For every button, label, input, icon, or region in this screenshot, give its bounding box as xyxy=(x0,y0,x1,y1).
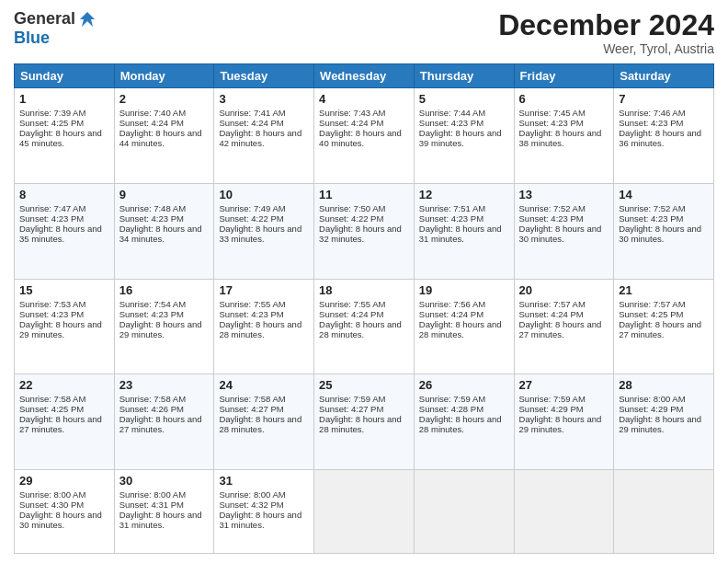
table-row: 25 Sunrise: 7:59 AM Sunset: 4:27 PM Dayl… xyxy=(314,374,415,470)
sunrise-text: Sunrise: 7:58 AM xyxy=(219,394,285,404)
table-row: 21 Sunrise: 7:57 AM Sunset: 4:25 PM Dayl… xyxy=(614,279,714,374)
sunrise-text: Sunrise: 7:53 AM xyxy=(19,299,85,309)
table-row: 28 Sunrise: 8:00 AM Sunset: 4:29 PM Dayl… xyxy=(614,374,714,470)
day-number: 13 xyxy=(519,188,609,201)
day-number: 21 xyxy=(619,283,709,297)
sunset-text: Sunset: 4:23 PM xyxy=(619,213,683,224)
sunset-text: Sunset: 4:25 PM xyxy=(19,118,84,128)
sunrise-text: Sunrise: 7:49 AM xyxy=(219,203,285,213)
daylight-text: Daylight: 8 hours and 27 minutes. xyxy=(619,319,701,339)
table-row xyxy=(414,470,514,554)
sunset-text: Sunset: 4:26 PM xyxy=(119,404,184,414)
sunset-text: Sunset: 4:23 PM xyxy=(19,213,84,224)
daylight-text: Daylight: 8 hours and 30 minutes. xyxy=(619,224,701,244)
day-number: 3 xyxy=(219,92,309,106)
calendar-header-row: Sunday Monday Tuesday Wednesday Thursday… xyxy=(15,64,714,88)
table-row: 23 Sunrise: 7:58 AM Sunset: 4:26 PM Dayl… xyxy=(114,374,214,470)
col-friday: Friday xyxy=(514,64,614,88)
daylight-text: Daylight: 8 hours and 30 minutes. xyxy=(19,510,102,530)
daylight-text: Daylight: 8 hours and 40 minutes. xyxy=(319,128,402,148)
daylight-text: Daylight: 8 hours and 28 minutes. xyxy=(319,319,402,339)
sunset-text: Sunset: 4:24 PM xyxy=(319,309,383,319)
sunrise-text: Sunrise: 7:41 AM xyxy=(219,108,285,118)
table-row: 13 Sunrise: 7:52 AM Sunset: 4:23 PM Dayl… xyxy=(514,183,614,279)
sunrise-text: Sunrise: 7:59 AM xyxy=(519,394,586,404)
day-number: 25 xyxy=(319,378,409,392)
sunrise-text: Sunrise: 7:43 AM xyxy=(319,108,385,118)
sunrise-text: Sunrise: 7:52 AM xyxy=(619,203,685,213)
logo-blue: Blue xyxy=(14,29,50,48)
table-row: 5 Sunrise: 7:44 AM Sunset: 4:23 PM Dayli… xyxy=(414,88,514,184)
day-number: 7 xyxy=(619,92,709,106)
day-number: 10 xyxy=(219,188,309,201)
logo: General Blue xyxy=(14,9,97,48)
daylight-text: Daylight: 8 hours and 31 minutes. xyxy=(419,224,502,244)
day-number: 8 xyxy=(19,188,109,201)
day-number: 30 xyxy=(119,474,210,488)
sunrise-text: Sunrise: 7:50 AM xyxy=(319,203,385,213)
sunrise-text: Sunrise: 7:56 AM xyxy=(419,299,485,309)
sunrise-text: Sunrise: 7:59 AM xyxy=(319,394,385,404)
daylight-text: Daylight: 8 hours and 28 minutes. xyxy=(319,414,402,434)
sunrise-text: Sunrise: 7:47 AM xyxy=(19,203,85,213)
daylight-text: Daylight: 8 hours and 27 minutes. xyxy=(519,319,602,339)
daylight-text: Daylight: 8 hours and 28 minutes. xyxy=(219,414,301,434)
table-row: 16 Sunrise: 7:54 AM Sunset: 4:23 PM Dayl… xyxy=(114,279,214,374)
daylight-text: Daylight: 8 hours and 44 minutes. xyxy=(119,128,202,148)
table-row: 8 Sunrise: 7:47 AM Sunset: 4:23 PM Dayli… xyxy=(15,183,115,279)
sunset-text: Sunset: 4:29 PM xyxy=(519,404,584,414)
table-row: 27 Sunrise: 7:59 AM Sunset: 4:29 PM Dayl… xyxy=(514,374,614,470)
sunrise-text: Sunrise: 8:00 AM xyxy=(219,489,285,500)
daylight-text: Daylight: 8 hours and 30 minutes. xyxy=(519,224,602,244)
day-number: 16 xyxy=(119,283,210,297)
sunrise-text: Sunrise: 7:55 AM xyxy=(319,299,385,309)
day-number: 14 xyxy=(619,188,709,201)
sunrise-text: Sunrise: 7:52 AM xyxy=(519,203,586,213)
table-row: 1 Sunrise: 7:39 AM Sunset: 4:25 PM Dayli… xyxy=(15,88,115,184)
sunrise-text: Sunrise: 7:58 AM xyxy=(19,394,85,404)
sunset-text: Sunset: 4:25 PM xyxy=(19,404,84,414)
col-sunday: Sunday xyxy=(15,64,115,88)
col-thursday: Thursday xyxy=(414,64,514,88)
day-number: 19 xyxy=(419,283,509,297)
day-number: 28 xyxy=(619,378,709,392)
sunset-text: Sunset: 4:23 PM xyxy=(119,309,184,319)
sunset-text: Sunset: 4:31 PM xyxy=(119,500,184,510)
sunset-text: Sunset: 4:23 PM xyxy=(619,118,683,128)
month-title: December 2024 xyxy=(498,9,714,41)
daylight-text: Daylight: 8 hours and 28 minutes. xyxy=(219,319,301,339)
header: General Blue December 2024 Weer, Tyrol, … xyxy=(14,9,714,56)
table-row: 30 Sunrise: 8:00 AM Sunset: 4:31 PM Dayl… xyxy=(114,470,214,554)
sunset-text: Sunset: 4:24 PM xyxy=(519,309,584,319)
page: General Blue December 2024 Weer, Tyrol, … xyxy=(0,0,728,563)
day-number: 11 xyxy=(319,188,409,201)
table-row: 22 Sunrise: 7:58 AM Sunset: 4:25 PM Dayl… xyxy=(15,374,115,470)
svg-marker-0 xyxy=(80,12,95,27)
day-number: 17 xyxy=(219,283,309,297)
daylight-text: Daylight: 8 hours and 29 minutes. xyxy=(519,414,602,434)
day-number: 4 xyxy=(319,92,409,106)
sunrise-text: Sunrise: 7:39 AM xyxy=(19,108,85,118)
daylight-text: Daylight: 8 hours and 36 minutes. xyxy=(619,128,701,148)
sunset-text: Sunset: 4:23 PM xyxy=(419,213,483,224)
daylight-text: Daylight: 8 hours and 39 minutes. xyxy=(419,128,502,148)
table-row: 15 Sunrise: 7:53 AM Sunset: 4:23 PM Dayl… xyxy=(15,279,115,374)
day-number: 22 xyxy=(19,378,109,392)
sunset-text: Sunset: 4:22 PM xyxy=(219,213,283,224)
daylight-text: Daylight: 8 hours and 45 minutes. xyxy=(19,128,102,148)
day-number: 27 xyxy=(519,378,609,392)
sunrise-text: Sunrise: 7:48 AM xyxy=(119,203,186,213)
sunrise-text: Sunrise: 7:44 AM xyxy=(419,108,485,118)
day-number: 12 xyxy=(419,188,509,201)
sunset-text: Sunset: 4:23 PM xyxy=(219,309,283,319)
sunset-text: Sunset: 4:24 PM xyxy=(219,118,283,128)
day-number: 2 xyxy=(119,92,210,106)
sunset-text: Sunset: 4:27 PM xyxy=(219,404,283,414)
table-row: 19 Sunrise: 7:56 AM Sunset: 4:24 PM Dayl… xyxy=(414,279,514,374)
sunrise-text: Sunrise: 7:54 AM xyxy=(119,299,186,309)
daylight-text: Daylight: 8 hours and 34 minutes. xyxy=(119,224,202,244)
table-row: 14 Sunrise: 7:52 AM Sunset: 4:23 PM Dayl… xyxy=(614,183,714,279)
table-row: 29 Sunrise: 8:00 AM Sunset: 4:30 PM Dayl… xyxy=(15,470,115,554)
daylight-text: Daylight: 8 hours and 31 minutes. xyxy=(119,510,202,530)
sunset-text: Sunset: 4:23 PM xyxy=(519,213,584,224)
